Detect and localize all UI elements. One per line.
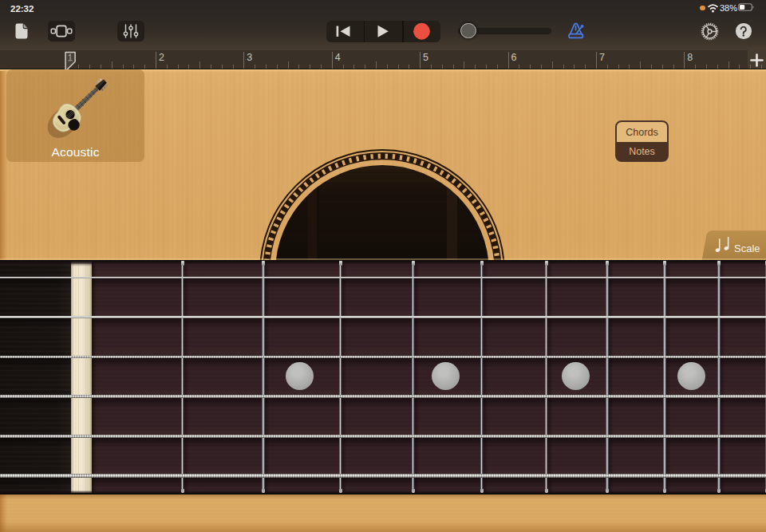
- svg-text:Scale: Scale: [734, 242, 760, 254]
